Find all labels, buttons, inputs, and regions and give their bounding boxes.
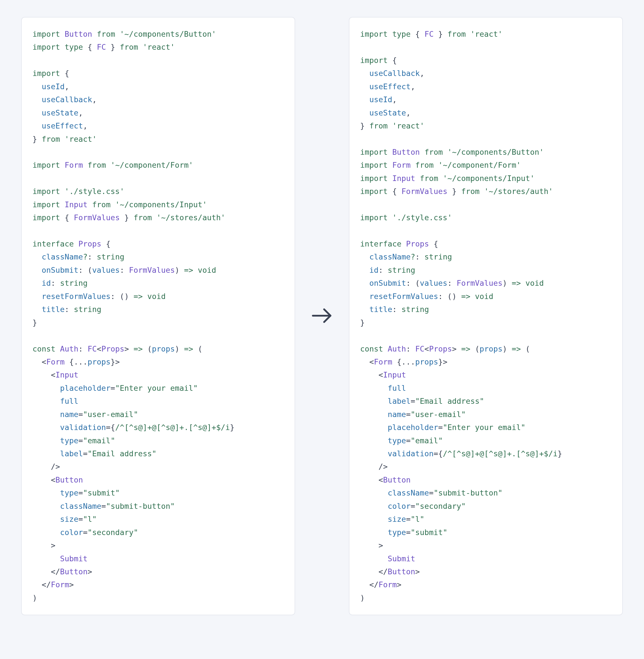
code-panel-after: import type { FC } from 'react' import {… [349, 17, 623, 615]
code-panel-before: import Button from '~/components/Button'… [21, 17, 295, 615]
code-block-after: import type { FC } from 'react' import {… [360, 28, 612, 605]
code-block-before: import Button from '~/components/Button'… [32, 28, 284, 605]
arrow-icon [306, 303, 338, 329]
